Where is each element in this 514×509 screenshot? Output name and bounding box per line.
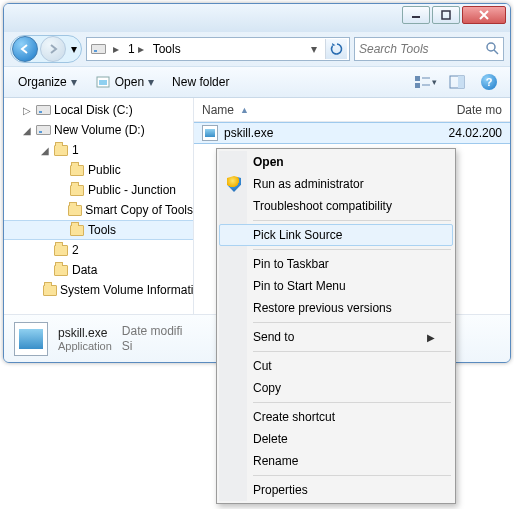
- address-bar[interactable]: ▸ 1▸ Tools ▾: [86, 37, 350, 61]
- help-button[interactable]: ?: [476, 70, 502, 94]
- tree-item[interactable]: Smart Copy of Tools: [4, 200, 193, 220]
- folder-icon: [53, 242, 69, 258]
- tree-pane[interactable]: ▷Local Disk (C:)◢New Volume (D:)◢1Public…: [4, 98, 194, 314]
- menu-item-label: Rename: [253, 454, 298, 468]
- expander-icon[interactable]: ◢: [22, 125, 32, 136]
- list-header: Name▲ Date mo: [194, 98, 510, 122]
- exe-icon: [202, 125, 218, 141]
- refresh-button[interactable]: [325, 39, 347, 59]
- menu-item[interactable]: Troubleshoot compatibility: [219, 195, 453, 217]
- view-button[interactable]: ▾: [412, 70, 438, 94]
- folder-icon: [69, 162, 85, 178]
- menu-item-label: Send to: [253, 330, 294, 344]
- breadcrumb-1[interactable]: 1▸: [125, 38, 150, 60]
- menu-item[interactable]: Pick Link Source: [219, 224, 453, 246]
- svg-point-2: [487, 43, 495, 51]
- menu-item[interactable]: Run as administrator: [219, 173, 453, 195]
- tree-item[interactable]: ◢1: [4, 140, 193, 160]
- breadcrumb-2[interactable]: Tools: [150, 38, 184, 60]
- forward-button[interactable]: [40, 36, 66, 62]
- column-date-label: Date mo: [457, 103, 502, 117]
- menu-item[interactable]: Send to▶: [219, 326, 453, 348]
- menu-item[interactable]: Pin to Taskbar: [219, 253, 453, 275]
- menu-item-label: Copy: [253, 381, 281, 395]
- new-folder-label: New folder: [172, 75, 229, 89]
- expander-icon[interactable]: ◢: [40, 145, 50, 156]
- menu-item-label: Pick Link Source: [253, 228, 342, 242]
- tree-item-label: Data: [72, 263, 97, 277]
- tree-item-label: System Volume Information: [60, 283, 194, 297]
- drive-icon: [35, 122, 51, 138]
- shield-icon: [225, 175, 243, 193]
- menu-separator: [253, 351, 451, 352]
- expander-icon[interactable]: ▷: [22, 105, 32, 116]
- tree-item-label: Tools: [88, 223, 116, 237]
- title-bar: [4, 4, 510, 32]
- breadcrumb-2-label: Tools: [153, 42, 181, 56]
- menu-item-label: Create shortcut: [253, 410, 335, 424]
- tree-item-label: 1: [72, 143, 79, 157]
- help-icon: ?: [481, 74, 497, 90]
- tree-item[interactable]: ▷Local Disk (C:): [4, 100, 193, 120]
- svg-rect-1: [442, 11, 450, 19]
- minimize-button[interactable]: [402, 6, 430, 24]
- nav-buttons: ▾: [10, 35, 82, 63]
- new-folder-button[interactable]: New folder: [166, 72, 235, 92]
- details-filename: pskill.exe: [58, 326, 112, 340]
- tree-item[interactable]: Public - Junction: [4, 180, 193, 200]
- tree-item[interactable]: System Volume Information: [4, 280, 193, 300]
- preview-pane-button[interactable]: [444, 70, 470, 94]
- menu-item[interactable]: Create shortcut: [219, 406, 453, 428]
- search-box[interactable]: Search Tools: [354, 37, 504, 61]
- svg-rect-6: [415, 76, 420, 81]
- menu-item[interactable]: Restore previous versions: [219, 297, 453, 319]
- details-size-label: Si: [122, 339, 183, 354]
- maximize-button[interactable]: [432, 6, 460, 24]
- organize-button[interactable]: Organize▾: [12, 72, 83, 92]
- tree-item[interactable]: ◢New Volume (D:): [4, 120, 193, 140]
- breadcrumb-1-label: 1: [128, 42, 135, 56]
- context-menu[interactable]: OpenRun as administratorTroubleshoot com…: [216, 148, 456, 504]
- column-date[interactable]: Date mo: [432, 103, 502, 117]
- menu-separator: [253, 322, 451, 323]
- details-modified-label: Date modifi: [122, 324, 183, 339]
- menu-item[interactable]: Properties: [219, 479, 453, 501]
- tree-item-label: Public: [88, 163, 121, 177]
- folder-icon: [53, 142, 69, 158]
- menu-item[interactable]: Cut: [219, 355, 453, 377]
- organize-label: Organize: [18, 75, 67, 89]
- column-name[interactable]: Name▲: [202, 103, 432, 117]
- tree-item[interactable]: 2: [4, 240, 193, 260]
- tree-item-label: New Volume (D:): [54, 123, 145, 137]
- tree-item[interactable]: Public: [4, 160, 193, 180]
- menu-separator: [253, 220, 451, 221]
- menu-item[interactable]: Pin to Start Menu: [219, 275, 453, 297]
- file-type-icon: [14, 322, 48, 356]
- menu-separator: [253, 402, 451, 403]
- folder-icon: [69, 182, 85, 198]
- menu-separator: [253, 249, 451, 250]
- search-placeholder: Search Tools: [359, 42, 429, 56]
- svg-rect-11: [458, 76, 464, 88]
- close-button[interactable]: [462, 6, 506, 24]
- history-dropdown[interactable]: ▾: [67, 42, 81, 56]
- menu-item-label: Restore previous versions: [253, 301, 392, 315]
- open-button[interactable]: Open▾: [89, 71, 160, 93]
- details-meta: Date modifi Si: [122, 324, 183, 354]
- column-name-label: Name: [202, 103, 234, 117]
- breadcrumb-root[interactable]: ▸: [107, 38, 125, 60]
- address-dropdown[interactable]: ▾: [305, 42, 323, 56]
- back-button[interactable]: [12, 36, 38, 62]
- tree-item[interactable]: Data: [4, 260, 193, 280]
- menu-item-label: Properties: [253, 483, 308, 497]
- tree-item-label: Smart Copy of Tools: [85, 203, 193, 217]
- menu-item[interactable]: Delete: [219, 428, 453, 450]
- menu-item-label: Troubleshoot compatibility: [253, 199, 392, 213]
- menu-item[interactable]: Copy: [219, 377, 453, 399]
- list-row[interactable]: pskill.exe24.02.200: [194, 122, 510, 144]
- tree-item[interactable]: Tools: [4, 220, 193, 240]
- menu-item-label: Pin to Start Menu: [253, 279, 346, 293]
- svg-line-3: [494, 50, 498, 54]
- menu-item[interactable]: Rename: [219, 450, 453, 472]
- menu-item[interactable]: Open: [219, 151, 453, 173]
